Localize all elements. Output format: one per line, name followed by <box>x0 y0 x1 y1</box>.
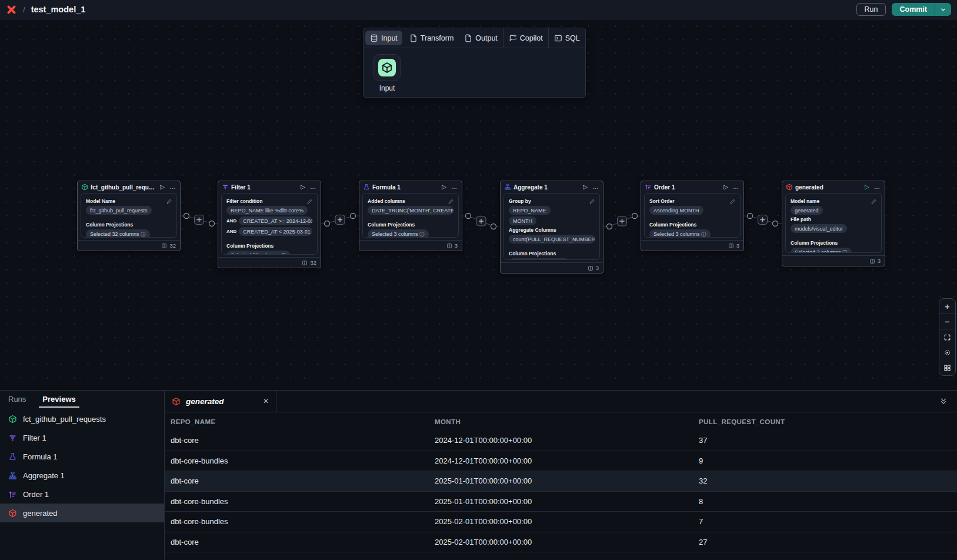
close-icon[interactable]: ✕ <box>263 397 269 405</box>
filter-condition-chip[interactable]: REPO_NAME like %dbt-core% <box>226 206 308 215</box>
projections-chip[interactable]: Selected 3 columns ⓘ <box>509 258 570 260</box>
sidebar-item-formula-1[interactable]: Formula 1 <box>0 447 164 466</box>
add-step-button[interactable] <box>476 216 486 226</box>
preview-pane: generated ✕ REPO_NAME MONTH PULL_REQUEST… <box>165 391 957 560</box>
palette-tab-input[interactable]: Input <box>365 31 402 45</box>
locate-button[interactable] <box>939 345 955 360</box>
play-icon[interactable]: ▷ <box>299 184 306 190</box>
projections-chip[interactable]: Selected 32 columns ⓘ <box>86 229 150 238</box>
table-row[interactable]: dbt-core 2025-02-01T00:00:00+00:00 27 <box>165 532 957 553</box>
add-step-button[interactable] <box>335 215 345 225</box>
cell-repo-name: dbt-core-bundles <box>165 497 429 506</box>
more-icon[interactable]: … <box>309 184 317 190</box>
projections-chip[interactable]: Selected 3 columns ⓘ <box>649 229 711 238</box>
node-title: Formula 1 <box>372 184 438 191</box>
palette-tab-output[interactable]: Output <box>459 28 503 48</box>
node-filter-1[interactable]: Filter 1 ▷ … Filter condition REPO_NAME … <box>218 181 321 268</box>
column-header[interactable]: MONTH <box>429 418 693 425</box>
play-icon[interactable]: ▷ <box>722 184 729 190</box>
pencil-icon[interactable] <box>166 199 172 204</box>
aggregate-column-chip[interactable]: count(PULL_REQUEST_NUMBER) as ... <box>509 235 595 244</box>
palette-item-input[interactable]: Input <box>372 54 402 92</box>
tab-runs[interactable]: Runs <box>8 395 26 404</box>
group-by-chip[interactable]: MONTH <box>509 216 536 225</box>
info-icon: ⓘ <box>281 252 286 255</box>
table-row[interactable]: dbt-core 2025-01-01T00:00:00+00:00 32 <box>165 471 957 492</box>
add-step-button[interactable] <box>758 215 768 225</box>
node-title: generated <box>795 184 861 191</box>
pencil-icon[interactable] <box>589 199 595 204</box>
node-aggregate-1[interactable]: Aggregate 1 ▷ … Group by REPO_NAME MONTH… <box>500 181 603 274</box>
dag-canvas[interactable]: Input Transform Output Copilot <box>0 19 957 390</box>
table-row[interactable]: dbt-core 2024-12-01T00:00:00+00:00 37 <box>165 431 957 451</box>
run-button[interactable]: Run <box>856 3 886 16</box>
more-icon[interactable]: … <box>450 184 458 190</box>
node-generated[interactable]: generated ▷ … Model name generated File … <box>782 181 885 266</box>
fit-view-button[interactable] <box>939 329 955 345</box>
group-by-chip[interactable]: REPO_NAME <box>509 206 551 215</box>
sidebar-item-generated[interactable]: generated <box>0 504 164 522</box>
info-icon: ⓘ <box>419 231 425 237</box>
node-body: Model Name fct_github_pull_requests Colu… <box>78 193 180 238</box>
node-formula-1[interactable]: Formula 1 ▷ … Added columns DATE_TRUNC('… <box>359 181 462 251</box>
pencil-icon[interactable] <box>307 199 312 204</box>
filter-condition-chip[interactable]: CREATED_AT >= 2024-12-01 <box>239 216 312 225</box>
sort-icon <box>645 184 652 191</box>
more-icon[interactable]: … <box>168 184 176 190</box>
field-label: Column Projections <box>86 222 133 228</box>
add-step-button[interactable] <box>618 216 627 226</box>
palette-tab-transform[interactable]: Transform <box>404 28 459 48</box>
node-card: Model Name fct_github_pull_requests Colu… <box>81 193 177 238</box>
pencil-icon[interactable] <box>730 199 735 204</box>
pencil-icon[interactable] <box>448 199 454 204</box>
add-step-button[interactable] <box>195 215 204 225</box>
layout-button[interactable] <box>939 360 955 375</box>
field-label: Column Projections <box>226 243 274 249</box>
sidebar-item-filter-1[interactable]: Filter 1 <box>0 428 164 447</box>
column-header[interactable]: PULL_REQUEST_COUNT <box>693 418 957 425</box>
play-icon[interactable]: ▷ <box>863 184 871 190</box>
sidebar-item-aggregate-1[interactable]: Aggregate 1 <box>0 466 164 485</box>
added-column-chip[interactable]: DATE_TRUNC('MONTH', CREATED_AT... <box>368 206 454 215</box>
palette-tab-sql[interactable]: SQL <box>549 28 585 48</box>
pencil-icon[interactable] <box>871 199 876 204</box>
node-fct-github-pull-requests[interactable]: fct_github_pull_requests ▷ … Model Name … <box>77 181 181 251</box>
sidebar-item-order-1[interactable]: Order 1 <box>0 485 164 504</box>
column-header[interactable]: REPO_NAME <box>165 418 429 425</box>
projections-chip[interactable]: Selected 32 columns ⓘ <box>226 251 291 255</box>
more-icon[interactable]: … <box>732 184 740 190</box>
sidebar-item-fct-github-pull-requests[interactable]: fct_github_pull_requests <box>0 409 164 428</box>
document-icon <box>409 34 418 42</box>
commit-dropdown-button[interactable] <box>935 3 951 16</box>
dbt-logo-icon[interactable] <box>6 4 17 15</box>
zoom-out-button[interactable]: − <box>939 314 955 329</box>
file-path-chip[interactable]: models/visual_editor <box>791 224 847 233</box>
node-order-1[interactable]: Order 1 ▷ … Sort Order Ascending MONTH C… <box>641 181 744 251</box>
table-row[interactable]: dbt-core-bundles 2024-12-01T00:00:00+00:… <box>165 451 957 472</box>
commit-button[interactable]: Commit <box>892 3 935 16</box>
more-icon[interactable]: … <box>873 184 881 190</box>
tab-previews[interactable]: Previews <box>42 395 75 404</box>
node-footer: 32 <box>78 240 180 251</box>
input-node-tile[interactable] <box>374 54 401 81</box>
model-name-chip[interactable]: generated <box>791 206 823 215</box>
projections-chip[interactable]: Selected 3 columns ⓘ <box>791 248 852 253</box>
node-footer: 3 <box>641 240 743 251</box>
play-icon[interactable]: ▷ <box>159 184 166 190</box>
table-row[interactable]: dbt-core-bundles 2025-01-01T00:00:00+00:… <box>165 492 957 512</box>
projections-chip[interactable]: Selected 3 columns ⓘ <box>368 229 429 238</box>
table-row[interactable]: dbt-core-bundles 2025-02-01T00:00:00+00:… <box>165 512 957 532</box>
model-name-chip[interactable]: fct_github_pull_requests <box>86 206 152 215</box>
cell-month: 2025-01-01T00:00:00+00:00 <box>429 476 693 485</box>
palette-tab-copilot[interactable]: Copilot <box>503 28 548 48</box>
more-icon[interactable]: … <box>591 184 599 190</box>
preview-tab-generated[interactable]: generated ✕ <box>165 391 276 412</box>
play-icon[interactable]: ▷ <box>441 184 448 190</box>
filter-condition-chip[interactable]: CREATED_AT < 2025-03-01 <box>239 227 312 236</box>
cell-pull-request-count: 27 <box>693 538 957 546</box>
sort-order-chip[interactable]: Ascending MONTH <box>649 206 703 215</box>
play-icon[interactable]: ▷ <box>582 184 589 190</box>
zoom-in-button[interactable]: + <box>939 299 955 314</box>
cell-repo-name: dbt-core <box>165 476 429 485</box>
collapse-panel-button[interactable] <box>939 397 948 405</box>
